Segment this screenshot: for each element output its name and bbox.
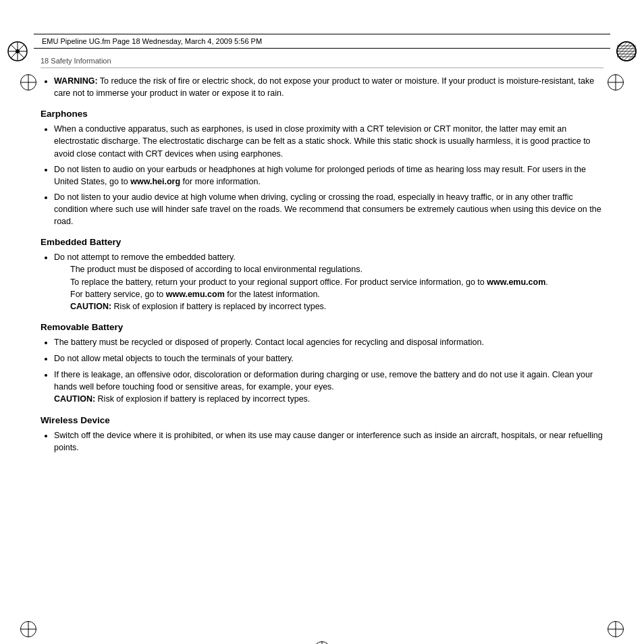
warning-label: WARNING: xyxy=(54,76,98,86)
embedded-battery-item: Do not attempt to remove the embedded ba… xyxy=(54,251,603,313)
wireless-device-heading: Wireless Device xyxy=(41,415,603,425)
removable-battery-item-3: If there is leakage, an offensive odor, … xyxy=(54,369,603,405)
removable-caution-label: CAUTION: xyxy=(54,394,95,404)
embedded-caution-label: CAUTION: xyxy=(70,302,111,311)
embedded-battery-details: The product must be disposed of accordin… xyxy=(70,263,603,313)
removable-battery-item-1: The battery must be recycled or disposed… xyxy=(54,336,603,348)
emu-link-1: www.emu.com xyxy=(487,277,545,287)
content-area: 18 Safety Information WARNING: To reduce… xyxy=(0,49,644,473)
page-number: 18 Safety Information xyxy=(41,57,603,68)
emu-link-2: www.emu.com xyxy=(166,290,225,299)
earphones-list: When a conductive apparatus, such as ear… xyxy=(54,123,603,227)
earphones-item-2: Do not listen to audio on your earbuds o… xyxy=(54,163,603,188)
snowflake-icon-tr xyxy=(614,39,639,63)
earphones-item-1: When a conductive apparatus, such as ear… xyxy=(54,123,603,159)
wireless-device-item-1: Switch off the device where it is prohib… xyxy=(54,429,603,454)
embedded-caution-text: Risk of explosion if battery is replaced… xyxy=(114,302,327,311)
svg-point-5 xyxy=(16,49,20,53)
hei-link: www.hei.org xyxy=(130,177,180,186)
header-text: EMU Pipeline UG.fm Page 18 Wednesday, Ma… xyxy=(42,37,262,45)
removable-battery-heading: Removable Battery xyxy=(41,322,603,332)
crosshair-bottom-right xyxy=(608,621,624,637)
crosshair-top-right xyxy=(608,74,624,90)
warning-item: WARNING: To reduce the risk of fire or e… xyxy=(54,75,603,99)
removable-battery-item-2: Do not allow metal objects to touch the … xyxy=(54,352,603,365)
embedded-battery-heading: Embedded Battery xyxy=(41,237,603,247)
wireless-device-list: Switch off the device where it is prohib… xyxy=(54,429,603,454)
warning-text: To reduce the risk of fire or electric s… xyxy=(54,76,594,98)
crosshair-bottom-center xyxy=(314,641,330,644)
page-number-text: 18 Safety Information xyxy=(41,57,111,65)
crosshair-bottom-left xyxy=(20,621,36,637)
removable-battery-list: The battery must be recycled or disposed… xyxy=(54,336,603,406)
earphones-heading: Earphones xyxy=(41,109,603,119)
snowflake-icon-tl xyxy=(5,39,30,63)
header-bar: EMU Pipeline UG.fm Page 18 Wednesday, Ma… xyxy=(34,34,610,49)
crosshair-top-left xyxy=(20,74,36,90)
embedded-battery-list: Do not attempt to remove the embedded ba… xyxy=(54,251,603,313)
page: EMU Pipeline UG.fm Page 18 Wednesday, Ma… xyxy=(0,34,644,644)
corner-mark-tl xyxy=(5,39,30,63)
warning-list: WARNING: To reduce the risk of fire or e… xyxy=(54,75,603,99)
earphones-item-3: Do not listen to your audio device at hi… xyxy=(54,191,603,227)
removable-caution-text: Risk of explosion if battery is replaced… xyxy=(98,394,311,404)
corner-mark-tr xyxy=(614,39,639,63)
